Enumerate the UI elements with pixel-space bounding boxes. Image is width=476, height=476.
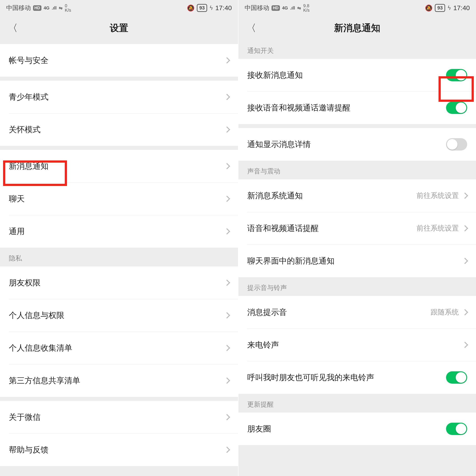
signal-icon: .ıll bbox=[290, 5, 295, 11]
row-label: 来电铃声 bbox=[247, 340, 279, 350]
chevron-right-icon bbox=[462, 342, 468, 348]
row-label: 呼叫我时朋友也可听见我的来电铃声 bbox=[247, 372, 374, 383]
back-icon[interactable]: 〈 bbox=[246, 22, 256, 34]
page-title: 设置 bbox=[110, 22, 128, 34]
chevron-right-icon bbox=[224, 163, 230, 169]
row-personal-info-collection[interactable]: 个人信息收集清单 bbox=[0, 332, 238, 364]
row-message-tone[interactable]: 消息提示音 跟随系统 bbox=[238, 296, 476, 329]
carrier-label: 中国移动 bbox=[6, 4, 31, 12]
toggle-friend-hear-ringtone[interactable] bbox=[446, 371, 467, 384]
row-label: 通用 bbox=[9, 226, 25, 237]
row-value: 前往系统设置 bbox=[416, 191, 459, 201]
row-label: 通知显示消息详情 bbox=[247, 139, 311, 150]
toggle-receive-call-invite[interactable] bbox=[446, 102, 467, 114]
network-icon: 4G bbox=[282, 5, 288, 11]
net-speed: 9.8K/s bbox=[303, 3, 310, 12]
row-value: 前往系统设置 bbox=[416, 223, 459, 233]
row-system-notification[interactable]: 新消息系统通知 前往系统设置 bbox=[238, 179, 476, 212]
row-label: 个人信息与权限 bbox=[9, 310, 64, 321]
row-label: 朋友圈 bbox=[247, 424, 271, 434]
section-switch: 通知开关 bbox=[238, 40, 476, 59]
chevron-right-icon bbox=[224, 126, 230, 133]
mute-icon: 🔕 bbox=[187, 4, 195, 12]
row-friend-hear-ringtone: 呼叫我时朋友也可听见我的来电铃声 bbox=[238, 361, 476, 394]
back-icon[interactable]: 〈 bbox=[8, 22, 18, 34]
row-general[interactable]: 通用 bbox=[0, 215, 238, 248]
phone-left: 中国移动 HD 4G .ıll ⇋ 0K/s 🔕 93 ϟ 17:40 〈 设置… bbox=[0, 0, 238, 476]
row-label: 语音和视频通话提醒 bbox=[247, 223, 319, 234]
row-show-message-detail: 通知显示消息详情 bbox=[238, 128, 476, 161]
row-youth-mode[interactable]: 青少年模式 bbox=[0, 81, 238, 113]
chevron-right-icon bbox=[224, 196, 230, 202]
chevron-right-icon bbox=[224, 280, 230, 286]
row-friend-permission[interactable]: 朋友权限 bbox=[0, 266, 238, 299]
chevron-right-icon bbox=[224, 377, 230, 384]
net-speed: 0K/s bbox=[65, 3, 71, 12]
row-personal-info-permission[interactable]: 个人信息与权限 bbox=[0, 299, 238, 332]
row-moments: 朋友圈 bbox=[238, 412, 476, 445]
row-label: 聊天界面中的新消息通知 bbox=[247, 256, 335, 266]
chevron-right-icon bbox=[462, 193, 468, 199]
page-title: 新消息通知 bbox=[334, 22, 380, 34]
chevron-right-icon bbox=[224, 94, 230, 100]
row-label: 接收新消息通知 bbox=[247, 70, 303, 81]
row-third-party-sharing[interactable]: 第三方信息共享清单 bbox=[0, 364, 238, 397]
row-label: 帐号与安全 bbox=[9, 55, 49, 66]
section-update: 更新提醒 bbox=[238, 394, 476, 412]
row-label: 第三方信息共享清单 bbox=[9, 375, 80, 386]
row-new-message-notification[interactable]: 新消息通知 bbox=[0, 150, 238, 183]
chevron-right-icon bbox=[224, 57, 230, 64]
row-chat[interactable]: 聊天 bbox=[0, 183, 238, 215]
status-bar: 中国移动 HD 4G .ıll ⇋ 0K/s 🔕 93 ϟ 17:40 bbox=[0, 0, 238, 16]
battery-icon: 93 bbox=[197, 4, 207, 12]
row-receive-call-invite: 接收语音和视频通话邀请提醒 bbox=[238, 91, 476, 124]
chevron-right-icon bbox=[224, 345, 230, 351]
mute-icon: 🔕 bbox=[425, 4, 433, 12]
chevron-right-icon bbox=[224, 228, 230, 235]
toggle-moments[interactable] bbox=[446, 423, 467, 435]
chevron-right-icon bbox=[224, 414, 230, 420]
toggle-show-message-detail[interactable] bbox=[446, 138, 467, 151]
section-sound: 声音与震动 bbox=[238, 161, 476, 179]
row-label: 青少年模式 bbox=[9, 92, 49, 102]
row-label: 个人信息收集清单 bbox=[9, 343, 72, 354]
row-value: 跟随系统 bbox=[431, 307, 459, 317]
row-label: 新消息通知 bbox=[9, 161, 49, 172]
row-label: 接收语音和视频通话邀请提醒 bbox=[247, 102, 350, 113]
charging-icon: ϟ bbox=[209, 5, 213, 12]
row-receive-new-message: 接收新消息通知 bbox=[238, 59, 476, 91]
clock: 17:40 bbox=[453, 4, 470, 12]
clock: 17:40 bbox=[215, 4, 232, 12]
toggle-receive-new-message[interactable] bbox=[446, 69, 467, 81]
row-about-wechat[interactable]: 关于微信 bbox=[0, 401, 238, 433]
chevron-right-icon bbox=[224, 312, 230, 318]
row-label: 关于微信 bbox=[9, 412, 41, 423]
row-call-reminder[interactable]: 语音和视频通话提醒 前往系统设置 bbox=[238, 212, 476, 245]
signal-icon: .ıll bbox=[52, 5, 57, 11]
row-label: 消息提示音 bbox=[247, 307, 287, 318]
hd-badge: HD bbox=[272, 5, 280, 11]
row-ringtone[interactable]: 来电铃声 bbox=[238, 329, 476, 361]
carrier-label: 中国移动 bbox=[245, 4, 269, 12]
status-bar: 中国移动 HD 4G .ıll ⇋ 9.8K/s 🔕 93 ϟ 17:40 bbox=[238, 0, 476, 16]
title-bar: 〈 新消息通知 bbox=[238, 16, 476, 40]
network-icon: 4G bbox=[44, 5, 50, 11]
phone-right: 中国移动 HD 4G .ıll ⇋ 9.8K/s 🔕 93 ϟ 17:40 〈 … bbox=[238, 0, 476, 476]
wifi-icon: ⇋ bbox=[297, 5, 301, 11]
section-privacy: 隐私 bbox=[0, 248, 238, 266]
row-account-security[interactable]: 帐号与安全 bbox=[0, 44, 238, 77]
row-in-chat-notification[interactable]: 聊天界面中的新消息通知 bbox=[238, 245, 476, 277]
row-help-feedback[interactable]: 帮助与反馈 bbox=[0, 433, 238, 466]
hd-badge: HD bbox=[33, 5, 41, 11]
row-label: 帮助与反馈 bbox=[9, 444, 49, 455]
chevron-right-icon bbox=[462, 258, 468, 264]
chevron-right-icon bbox=[462, 309, 468, 315]
section-tone: 提示音与铃声 bbox=[238, 277, 476, 296]
charging-icon: ϟ bbox=[447, 5, 451, 12]
wifi-icon: ⇋ bbox=[59, 5, 63, 11]
title-bar: 〈 设置 bbox=[0, 16, 238, 40]
row-label: 关怀模式 bbox=[9, 124, 41, 135]
row-label: 聊天 bbox=[9, 193, 25, 204]
row-care-mode[interactable]: 关怀模式 bbox=[0, 113, 238, 146]
battery-icon: 93 bbox=[435, 4, 445, 12]
